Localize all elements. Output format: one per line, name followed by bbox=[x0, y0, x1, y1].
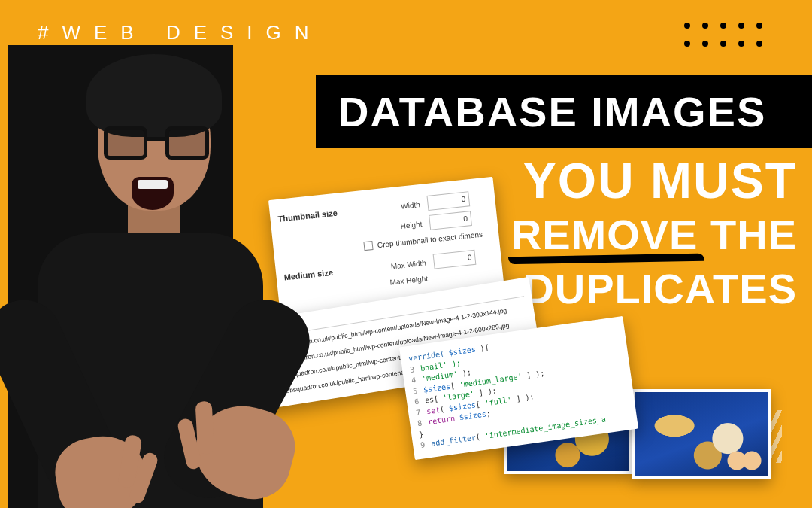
thumb-height-input[interactable]: 0 bbox=[429, 211, 472, 230]
height-label: Height bbox=[362, 219, 423, 233]
crop-checkbox[interactable] bbox=[363, 241, 373, 251]
title-text: DATABASE IMAGES bbox=[338, 87, 766, 136]
thumbnail-canvas: #WEB DESIGN DATABASE IMAGES YOU MUST REM… bbox=[0, 0, 812, 508]
maxw-label: Max Width bbox=[366, 258, 427, 272]
sample-image-sharp bbox=[632, 389, 771, 479]
medium-maxw-input[interactable]: 0 bbox=[433, 250, 477, 269]
title-bar: DATABASE IMAGES bbox=[316, 75, 812, 148]
dots-decoration bbox=[684, 23, 767, 51]
width-label: Width bbox=[359, 200, 420, 214]
thumb-width-input[interactable]: 0 bbox=[426, 191, 470, 211]
maxh-label: Max Height bbox=[368, 275, 429, 289]
thumb-size-label: Thumbnail size bbox=[277, 205, 361, 223]
presenter-photo bbox=[8, 45, 286, 504]
medium-size-label: Medium size bbox=[283, 264, 367, 281]
category-tag: #WEB DESIGN bbox=[38, 21, 323, 44]
